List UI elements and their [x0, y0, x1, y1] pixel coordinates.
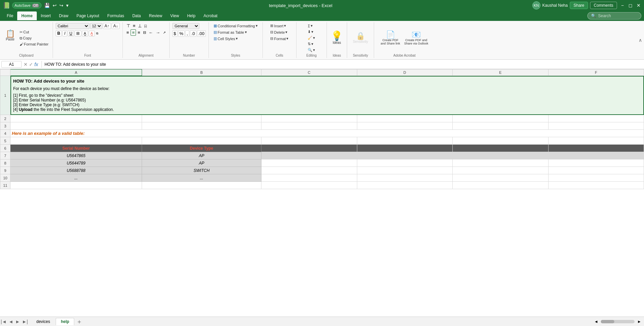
cell-A5[interactable]: [10, 137, 142, 145]
sensitivity-button[interactable]: 🔒 Sensitivity: [352, 32, 369, 44]
tab-review[interactable]: Review: [145, 11, 166, 20]
border-button[interactable]: ⊞: [75, 30, 81, 36]
paste-button[interactable]: 📋 Paste: [3, 29, 18, 47]
cell-A10[interactable]: ...: [10, 174, 142, 182]
formula-confirm-icon[interactable]: ✓: [29, 62, 33, 67]
sum-button[interactable]: Σ▾: [306, 23, 314, 29]
col-header-F[interactable]: F: [548, 69, 644, 76]
sort-filter-button[interactable]: ⇅▾: [306, 41, 315, 47]
find-select-button[interactable]: 🔍▾: [306, 47, 316, 53]
customize-qat-btn[interactable]: ▾: [65, 2, 69, 9]
cell-B7[interactable]: AP: [142, 152, 261, 159]
bold-button[interactable]: B: [56, 30, 62, 36]
tab-page-layout[interactable]: Page Layout: [73, 11, 103, 20]
delete-cells-button[interactable]: ⊟ Delete ▾: [269, 29, 289, 35]
format-painter-button[interactable]: 🖌 Format Painter: [18, 41, 50, 47]
cell-F7[interactable]: [548, 152, 644, 159]
format-as-table-button[interactable]: ▤ Format as Table ▾: [212, 29, 248, 35]
tab-nav-last[interactable]: ►|: [21, 318, 29, 325]
insert-cells-button[interactable]: ⊞ Insert ▾: [269, 23, 287, 29]
cell-B10[interactable]: ...: [142, 174, 261, 182]
cell-A3[interactable]: [10, 122, 142, 130]
create-pdf-share-button[interactable]: 📄 Create PDFand Share link: [379, 30, 401, 46]
cell-A11[interactable]: [10, 182, 142, 189]
col-header-B[interactable]: B: [142, 69, 261, 76]
wrap-text-button[interactable]: ⌸: [143, 23, 148, 29]
indent-decrease-button[interactable]: ←: [148, 29, 154, 36]
percent-button[interactable]: %: [178, 30, 185, 37]
cell-C8[interactable]: [261, 159, 357, 167]
tab-home[interactable]: Home: [17, 11, 36, 20]
shrink-font-button[interactable]: A↓: [112, 23, 120, 29]
cell-B5[interactable]: [142, 137, 261, 145]
number-format-select[interactable]: General: [172, 23, 199, 29]
cell-C5[interactable]: [261, 137, 357, 145]
tab-view[interactable]: View: [166, 11, 183, 20]
cell-D6[interactable]: [357, 145, 452, 152]
cell-E5[interactable]: [453, 137, 548, 145]
cell-A9[interactable]: U5688788: [10, 167, 142, 174]
row-header-8[interactable]: 8: [0, 159, 10, 167]
row-header-7[interactable]: 7: [0, 152, 10, 159]
cell-B9[interactable]: SWITCH: [142, 167, 261, 174]
cell-B11[interactable]: [142, 182, 261, 189]
grow-font-button[interactable]: A↑: [103, 23, 111, 29]
align-right-button[interactable]: ≡: [137, 29, 141, 36]
fill-color-button[interactable]: A̲: [82, 31, 88, 36]
create-pdf-outlook-button[interactable]: 📧 Create PDF andShare via Outlook: [403, 30, 430, 46]
cell-F2[interactable]: [548, 115, 644, 122]
minimize-button[interactable]: −: [620, 3, 625, 8]
cell-D8[interactable]: [357, 159, 452, 167]
cell-F3[interactable]: [548, 122, 644, 130]
align-top-button[interactable]: ⊤: [125, 23, 131, 29]
cell-D11[interactable]: [357, 182, 452, 189]
cell-C6[interactable]: [261, 145, 357, 152]
autosave-toggle[interactable]: AutoSave Off: [12, 2, 41, 8]
cell-C10[interactable]: [261, 174, 357, 182]
cell-D3[interactable]: [357, 122, 452, 130]
cell-A6[interactable]: Serial Number: [10, 145, 142, 152]
indent-increase-button[interactable]: →: [155, 29, 161, 36]
cell-C7[interactable]: [261, 152, 357, 159]
row-header-11[interactable]: 11: [0, 182, 10, 189]
decrease-decimal-button[interactable]: .0: [190, 30, 196, 37]
increase-decimal-button[interactable]: .00: [197, 30, 206, 37]
search-input[interactable]: [598, 13, 638, 18]
cell-A2[interactable]: [10, 115, 142, 122]
align-center-button[interactable]: ≡: [131, 29, 136, 36]
col-header-D[interactable]: D: [357, 69, 452, 76]
undo-qat-btn[interactable]: ↩: [52, 2, 57, 9]
formula-input[interactable]: [43, 61, 643, 67]
dialog-launcher-font[interactable]: ⧉: [96, 32, 98, 35]
row-header-10[interactable]: 10: [0, 174, 10, 182]
cell-D7[interactable]: [357, 152, 452, 159]
collapse-ribbon-button[interactable]: ∧: [637, 37, 644, 43]
row-header-5[interactable]: 5: [0, 137, 10, 145]
copy-button[interactable]: ⧉ Copy: [18, 35, 50, 41]
cell-E6[interactable]: [453, 145, 548, 152]
cell-B2[interactable]: [142, 115, 261, 122]
tab-formulas[interactable]: Formulas: [103, 11, 128, 20]
accounting-format-button[interactable]: $: [172, 30, 177, 37]
underline-button[interactable]: U: [68, 30, 74, 36]
horizontal-scrollbar[interactable]: [601, 320, 635, 323]
tab-nav-next[interactable]: ►: [15, 318, 21, 325]
cell-E8[interactable]: [453, 159, 548, 167]
tab-file[interactable]: File: [3, 11, 17, 20]
cell-reference-input[interactable]: [1, 61, 22, 68]
restore-button[interactable]: ◻: [628, 3, 633, 8]
font-name-select[interactable]: Calibri: [56, 23, 89, 29]
ideas-button[interactable]: 💡 Ideas: [330, 31, 344, 45]
cut-button[interactable]: ✂ Cut: [18, 29, 50, 35]
clear-button[interactable]: 🧹▾: [306, 35, 316, 41]
share-button[interactable]: Share: [570, 2, 588, 9]
cell-C3[interactable]: [261, 122, 357, 130]
align-left-button[interactable]: ≡: [125, 29, 130, 36]
row-header-4[interactable]: 4: [0, 130, 10, 137]
cell-E3[interactable]: [453, 122, 548, 130]
row-header-9[interactable]: 9: [0, 167, 10, 174]
merge-center-button[interactable]: ⊟: [142, 29, 147, 36]
cell-F8[interactable]: [548, 159, 644, 167]
col-header-E[interactable]: E: [453, 69, 548, 76]
align-bottom-button[interactable]: ⊥: [137, 23, 143, 29]
